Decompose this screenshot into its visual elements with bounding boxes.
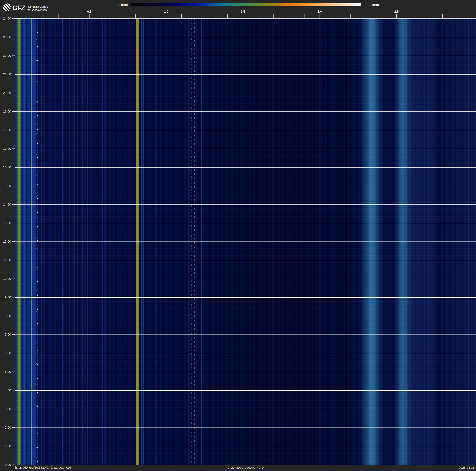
time-label: 22:00 <box>0 54 11 58</box>
time-tick <box>12 334 15 335</box>
frequency-minor-tick <box>412 14 412 18</box>
gfz-logo-icon <box>3 3 11 11</box>
frequency-minor-tick <box>28 14 28 18</box>
time-tick <box>12 111 15 112</box>
frequency-minor-tick <box>58 14 59 18</box>
time-tick <box>12 260 15 260</box>
time-tick <box>12 204 15 205</box>
frequency-minor-tick <box>366 14 366 18</box>
time-tick <box>12 74 15 74</box>
time-label: 14:00 <box>0 202 11 206</box>
time-label: 21:00 <box>0 72 11 76</box>
time-tick <box>12 316 15 316</box>
time-label: 16:00 <box>0 165 11 169</box>
time-label: 17:00 <box>0 147 11 151</box>
time-label: 6:00 <box>0 351 11 355</box>
frequency-minor-tick <box>442 14 443 18</box>
time-tick <box>12 465 15 465</box>
time-tick <box>12 409 15 409</box>
time-label: 2:00 <box>0 425 11 430</box>
frequency-minor-tick <box>227 14 228 18</box>
time-label: 18:00 <box>0 128 11 132</box>
hour-gridlines <box>15 18 476 465</box>
time-label: 9:00 <box>0 295 11 299</box>
frequency-minor-tick <box>396 14 397 18</box>
time-label: 13:00 <box>0 221 11 225</box>
time-label: 23:00 <box>0 35 11 39</box>
time-label: 0:00 <box>0 463 11 467</box>
time-tick <box>12 353 15 353</box>
time-tick <box>12 148 15 149</box>
time-tick <box>12 18 15 18</box>
gfz-brand-text: GFZ <box>12 5 25 11</box>
time-tick <box>12 279 15 279</box>
frequency-minor-tick <box>289 14 289 18</box>
colorbar-max-label: -20 dBm <box>367 3 379 7</box>
date-text: 2025-04-18 <box>459 466 475 470</box>
frequency-minor-tick <box>135 14 136 18</box>
time-tick <box>12 446 15 446</box>
frequency-tick-label: 1.5 <box>237 10 249 13</box>
colorbar-min-label: -80 dBm <box>107 3 128 7</box>
time-tick <box>12 37 15 37</box>
time-label: 12:00 <box>0 239 11 243</box>
time-tick <box>12 427 15 428</box>
frequency-minor-tick <box>212 14 212 18</box>
time-label: 7:00 <box>0 332 11 337</box>
frequency-minor-tick <box>43 14 43 18</box>
time-label: 8:00 <box>0 314 11 318</box>
frequency-tick-label: 0.5 <box>83 10 96 13</box>
time-tick <box>12 186 15 186</box>
time-tick <box>12 372 15 372</box>
time-tick <box>12 55 15 56</box>
frequency-minor-tick <box>458 14 458 18</box>
time-label: 19:00 <box>0 109 11 113</box>
time-label: 3:00 <box>0 407 11 411</box>
time-tick <box>12 130 15 130</box>
frequency-minor-tick <box>273 14 274 18</box>
time-tick <box>12 297 15 297</box>
spectrogram-plot <box>15 18 476 465</box>
frequency-tick-label: 2.0 <box>314 10 326 13</box>
frequency-minor-tick <box>166 14 166 18</box>
frequency-minor-tick <box>335 14 335 18</box>
frequency-minor-tick <box>320 14 320 18</box>
frequency-minor-tick <box>243 14 243 18</box>
time-tick <box>12 390 15 390</box>
time-label: 4:00 <box>0 388 11 392</box>
time-label: 10:00 <box>0 277 11 281</box>
frequency-minor-tick <box>427 14 427 18</box>
frequency-minor-tick <box>181 14 182 18</box>
time-label: 15:00 <box>0 184 11 188</box>
frequency-minor-tick <box>258 14 258 18</box>
frequency-minor-tick <box>89 14 89 18</box>
time-label: 1:00 <box>0 444 11 448</box>
time-label: 20:00 <box>0 91 11 95</box>
time-label: 24:00 <box>0 17 11 20</box>
gfz-tagline-line2: for Geosciences <box>27 8 48 12</box>
gfz-tagline-line1: Helmholtz Centre <box>27 5 48 8</box>
frequency-minor-tick <box>74 14 74 18</box>
gfz-tagline: Helmholtz Centre for Geosciences <box>27 5 48 12</box>
frequency-minor-tick <box>304 14 305 18</box>
time-tick <box>12 223 15 223</box>
frequency-minor-tick <box>104 14 105 18</box>
frequency-tick-label: 1.0 <box>160 10 172 13</box>
spectrogram-page: GFZ Helmholtz Centre for Geosciences -80… <box>0 0 476 471</box>
colorbar-gradient <box>131 3 361 6</box>
time-label: 5:00 <box>0 370 11 374</box>
time-label: 11:00 <box>0 258 11 262</box>
frequency-minor-tick <box>350 14 351 18</box>
frequency-minor-tick <box>381 14 381 18</box>
time-tick <box>12 167 15 167</box>
filename-text: 0_20_3000_100000_40_0 <box>15 466 476 470</box>
frequency-minor-tick <box>151 14 151 18</box>
frequency-tick-label: 2.5 <box>390 10 403 13</box>
frequency-minor-tick <box>120 14 120 18</box>
time-tick <box>12 241 15 242</box>
frequency-minor-tick <box>197 14 197 18</box>
time-tick <box>12 93 15 93</box>
